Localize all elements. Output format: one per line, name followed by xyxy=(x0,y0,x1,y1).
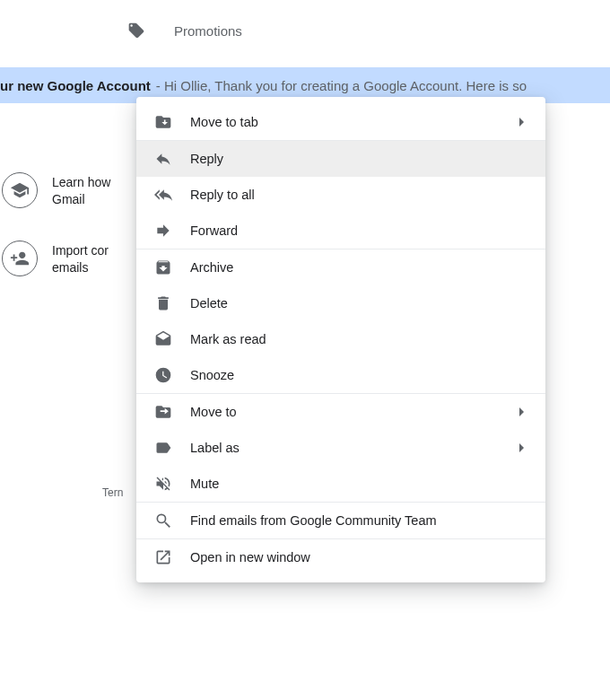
email-subject: ur new Google Account xyxy=(0,78,151,93)
trash-icon xyxy=(154,294,172,312)
mute-icon xyxy=(154,475,172,493)
footer-terms[interactable]: Tern xyxy=(102,486,123,499)
menu-find-emails[interactable]: Find emails from Google Community Team xyxy=(136,503,545,538)
menu-forward[interactable]: Forward xyxy=(136,213,545,249)
folder-move-icon xyxy=(154,113,172,131)
tab-label: Promotions xyxy=(174,23,242,39)
menu-snooze[interactable]: Snooze xyxy=(136,357,545,393)
menu-item-label: Move to xyxy=(190,405,501,419)
menu-item-label: Mark as read xyxy=(190,332,527,346)
menu-item-label: Delete xyxy=(190,296,527,311)
label-icon xyxy=(154,439,172,457)
menu-label-as[interactable]: Label as xyxy=(136,430,545,466)
menu-archive[interactable]: Archive xyxy=(136,249,545,285)
tab-promotions[interactable]: Promotions xyxy=(127,22,242,39)
menu-move-to[interactable]: Move to xyxy=(136,394,545,430)
clock-icon xyxy=(154,366,172,384)
menu-item-label: Forward xyxy=(190,223,527,238)
menu-item-label: Reply xyxy=(190,152,527,166)
menu-item-label: Move to tab xyxy=(190,115,501,129)
menu-item-label: Mute xyxy=(190,477,527,491)
menu-item-label: Reply to all xyxy=(190,188,527,202)
open-in-new-icon xyxy=(154,548,172,566)
email-snippet: - Hi Ollie, Thank you for creating a Goo… xyxy=(156,78,527,93)
side-item-label: Import cor emails xyxy=(52,241,109,276)
graduation-icon xyxy=(2,172,38,208)
chevron-right-icon xyxy=(519,118,524,127)
menu-mute[interactable]: Mute xyxy=(136,466,545,502)
menu-mark-as-read[interactable]: Mark as read xyxy=(136,321,545,357)
chevron-right-icon xyxy=(519,407,524,416)
tag-icon xyxy=(127,22,145,39)
menu-item-label: Open in new window xyxy=(190,550,527,564)
menu-move-to-tab[interactable]: Move to tab xyxy=(136,104,545,140)
menu-reply-all[interactable]: Reply to all xyxy=(136,177,545,213)
forward-icon xyxy=(154,222,172,240)
menu-item-label: Label as xyxy=(190,441,501,455)
search-icon xyxy=(154,512,172,529)
reply-all-icon xyxy=(154,186,172,204)
menu-delete[interactable]: Delete xyxy=(136,285,545,321)
menu-reply[interactable]: Reply xyxy=(136,141,545,177)
reply-icon xyxy=(154,150,172,168)
context-menu: Move to tab Reply Reply to all Forward A… xyxy=(136,97,545,582)
chevron-right-icon xyxy=(519,443,524,452)
mail-open-icon xyxy=(154,330,172,348)
side-item-label: Learn how Gmail xyxy=(52,172,110,208)
menu-open-new-window[interactable]: Open in new window xyxy=(136,539,545,575)
add-person-icon xyxy=(2,241,38,276)
side-item-import[interactable]: Import cor emails xyxy=(0,241,135,276)
archive-icon xyxy=(154,258,172,276)
menu-item-label: Snooze xyxy=(190,368,527,382)
menu-item-label: Archive xyxy=(190,260,527,275)
menu-item-label: Find emails from Google Community Team xyxy=(190,513,527,528)
side-item-learn[interactable]: Learn how Gmail xyxy=(0,172,135,208)
folder-arrow-icon xyxy=(154,403,172,421)
